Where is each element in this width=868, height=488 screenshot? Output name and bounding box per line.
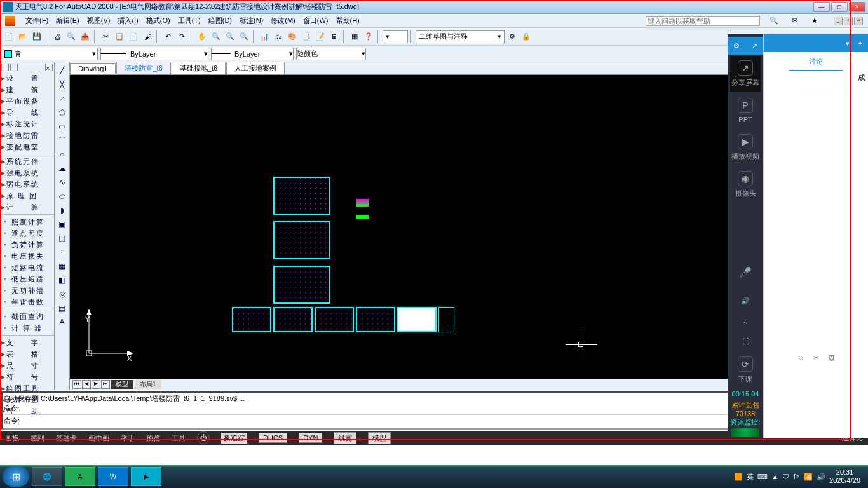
gear-icon[interactable]: ⚙ [733,42,740,50]
sheet-icon[interactable]: 📑 [300,30,313,43]
block-icon[interactable]: ▦ [348,30,361,43]
rectangle-icon[interactable]: ▭ [56,120,69,133]
search-icon[interactable]: 🔍 [768,15,780,27]
save-icon[interactable]: 💾 [31,30,43,43]
sidebar-item[interactable]: ▫负荷计算 [0,239,54,250]
tray-ime-icon[interactable]: ⌨ [757,473,768,481]
menu-help[interactable]: 帮助(H) [336,16,360,25]
match-icon[interactable]: 🖌 [141,30,154,43]
emoji-icon[interactable]: ☺ [797,354,804,362]
tab-manual[interactable]: 人工接地案例 [226,62,285,75]
menu-format[interactable]: 格式(O) [146,16,170,25]
polygon-icon[interactable]: ⬠ [56,106,69,119]
xline-icon[interactable]: ╳ [56,78,69,91]
fav-icon[interactable]: ★ [808,15,821,27]
paste-icon[interactable]: 📄 [127,30,140,43]
sidebar-item[interactable]: ▶设 置 [0,72,54,84]
circle-icon[interactable]: ○ [56,148,69,161]
color-combo[interactable]: 青 ▾ [3,48,98,60]
image-icon[interactable]: 🖼 [828,354,835,362]
properties-icon[interactable]: 📊 [258,30,271,43]
sidebar-item[interactable]: ▶强电系统 [0,167,54,179]
status-tools[interactable]: 工具 [172,433,186,443]
tray-flag-icon[interactable]: 🏳 [793,473,800,480]
sidebar-item[interactable]: ▶绘图工具 [0,383,54,394]
tab-tower[interactable]: 塔楼防雷_t6 [116,62,170,75]
sidebar-item[interactable]: ▶标注统计 [0,118,54,130]
sidebar-item[interactable]: ▫计 算 器 [0,322,54,334]
calc-icon[interactable]: 🖩 [328,30,341,43]
sidebar-item[interactable]: ▫低压短路 [0,273,54,285]
tray-shield-icon[interactable]: 🛡 [782,473,789,480]
region-icon[interactable]: ◎ [56,288,69,301]
point-icon[interactable]: · [56,246,69,259]
sidebar-item[interactable]: ▶接地防雷 [0,130,54,141]
revcloud-icon[interactable]: ☁ [56,162,69,175]
sidebar-item[interactable]: ▫照度计算 [0,216,54,227]
sidebar-item[interactable]: ▫无功补偿 [0,285,54,296]
line-icon[interactable]: ╱ [56,64,69,77]
start-button[interactable]: ⊞ [3,466,29,487]
zoom-rt-icon[interactable]: 🔍 [210,30,222,43]
plotstyle-combo[interactable]: 随颜色 ▾ [296,48,366,60]
menu-view[interactable]: 视图(V) [87,16,111,25]
sidebar-item[interactable]: ▶计 算 [0,201,54,213]
sidebar-item[interactable]: ▶建 筑 [0,84,54,95]
sidebar-item[interactable]: ▫截面查询 [0,311,54,322]
publish-icon[interactable]: 📤 [79,30,92,43]
menu-insert[interactable]: 插入(I) [118,16,138,25]
scissors-icon[interactable]: ✂ [813,354,819,362]
markup-icon[interactable]: 📝 [314,30,327,43]
end-class-button[interactable]: ⟳ 下课 [730,352,761,388]
tray-icon-1[interactable]: 🟧 [734,473,743,481]
task-ie[interactable]: 🌐 [32,467,62,486]
tab-model[interactable]: 模型 [111,380,133,389]
panel-close-icon[interactable]: × [45,64,53,71]
menu-tools[interactable]: 工具(T) [178,16,201,25]
mic-button[interactable]: 🎤 [730,254,761,290]
sidebar-item[interactable]: ▫电压损失 [0,250,54,262]
sidebar-item[interactable]: ▫年雷击数 [0,296,54,308]
pline-icon[interactable]: ⟋ [56,92,69,105]
share-top-icon[interactable]: ↗ [752,42,757,50]
table-icon[interactable]: ▤ [56,302,69,315]
sidebar-item[interactable]: ▶导 线 [0,107,54,118]
tab-foundation[interactable]: 基础接地_t6 [172,62,226,75]
spline-icon[interactable]: ∿ [56,176,69,189]
layout-next-icon[interactable]: ▶ [92,380,100,389]
toolpal-icon[interactable]: 🎨 [286,30,299,43]
tray-up-icon[interactable]: ▲ [771,473,778,480]
status-answer[interactable]: 答题卡 [56,433,77,443]
ellipse-icon[interactable]: ⬭ [56,190,69,203]
status-preview[interactable]: 预览 [146,433,160,443]
panel-btn-1[interactable] [1,64,9,71]
tray-ime[interactable]: 英 [747,472,754,482]
help-search-input[interactable] [646,16,760,26]
workspace-combo[interactable]: 二维草图与注释▾ [416,30,505,43]
ws-settings-icon[interactable]: ⚙ [506,30,519,43]
ellipsearc-icon[interactable]: ◗ [56,204,69,217]
dcenter-icon[interactable]: 🗂 [272,30,285,43]
sidebar-item[interactable]: ▶变配电室 [0,141,54,152]
maximize-button[interactable]: □ [831,2,848,12]
lineweight-combo[interactable]: ByLayer ▾ [211,48,294,60]
tray-net-icon[interactable]: 📶 [804,473,813,481]
hatch-icon[interactable]: ▦ [56,260,69,273]
layout-prev-icon[interactable]: ◀ [82,380,91,389]
open-icon[interactable]: 📂 [17,30,29,43]
undo-icon[interactable]: ↶ [161,30,174,43]
sidebar-item[interactable]: ▶系统元件 [0,156,54,167]
menu-edit[interactable]: 编辑(E) [56,16,79,25]
tab-layout1[interactable]: 布局1 [135,380,161,389]
volume-button[interactable]: 🔊 [730,291,761,310]
task-player[interactable]: ▶ [131,467,161,486]
block-make-icon[interactable]: ◫ [56,232,69,245]
fullscreen-button[interactable]: ⛶ [730,332,761,351]
sidebar-item[interactable]: ▫逐点照度 [0,227,54,239]
zoom-win-icon[interactable]: 🔍 [224,30,236,43]
share-screen-button[interactable]: ↗ 分享屏幕 [730,56,761,92]
menu-dimension[interactable]: 标注(N) [240,16,263,25]
menu-window[interactable]: 窗口(W) [303,16,329,25]
status-lwt[interactable]: 线宽 [334,432,356,444]
minimize-button[interactable]: — [813,2,830,12]
